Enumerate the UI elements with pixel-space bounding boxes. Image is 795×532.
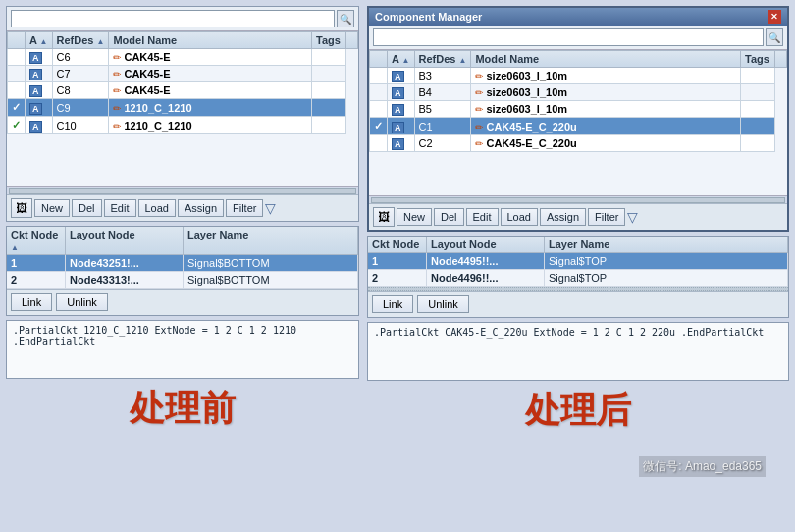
left-filter-icon[interactable]: ▽ (265, 200, 276, 216)
right-node-row[interactable]: 1 Node4495!!... Signal$TOP (368, 253, 788, 270)
left-del-button[interactable]: Del (72, 199, 102, 217)
right-hscroll-thumb[interactable] (371, 197, 785, 203)
left-link-button[interactable]: Link (11, 293, 52, 311)
right-sort-refdes: ▲ (458, 56, 466, 65)
left-table-row[interactable]: A C7 ✏ CAK45-E (8, 66, 358, 82)
left-node-header: Ckt Node ▲ Layout Node Layer Name (7, 227, 358, 255)
right-link-button[interactable]: Link (372, 295, 413, 313)
left-search-input[interactable] (11, 10, 335, 27)
left-a-cell: A (26, 99, 53, 117)
right-check-cell (370, 135, 388, 152)
right-a-cell: A (388, 101, 415, 118)
window-close-button[interactable]: ✕ (768, 10, 781, 24)
right-filter-button[interactable]: Filter (588, 208, 625, 226)
left-load-button[interactable]: Load (138, 199, 176, 217)
right-node-header: Ckt Node Layout Node Layer Name (368, 237, 788, 253)
right-col-model: Model Name (471, 51, 741, 68)
left-check-cell (8, 82, 26, 99)
left-label: 处理前 (6, 383, 359, 435)
right-refdes-cell: B5 (414, 101, 471, 118)
left-toolbar-icon-btn[interactable]: 🖼 (11, 198, 32, 218)
left-node-row[interactable]: 2 Node43313!... Signal$BOTTOM (7, 272, 358, 289)
left-node-ckt: 2 (7, 272, 66, 288)
right-check-cell (370, 84, 388, 101)
right-load-button[interactable]: Load (501, 208, 538, 226)
right-filter-icon[interactable]: ▽ (627, 209, 638, 225)
left-table-row[interactable]: A C6 ✏ CAK45-E (8, 49, 358, 66)
right-col-check (370, 51, 388, 68)
left-table-row[interactable]: A C8 ✏ CAK45-E (8, 82, 358, 99)
right-a-cell: A (388, 118, 415, 135)
right-a-cell: A (388, 135, 415, 152)
left-hscroll-thumb[interactable] (9, 188, 356, 194)
right-a-cell: A (388, 68, 415, 84)
right-tags-cell (741, 68, 775, 84)
left-col-refdes: RefDes ▲ (52, 32, 109, 49)
right-link-toolbar: Link Unlink (368, 291, 788, 317)
right-col-refdes: RefDes ▲ (414, 51, 471, 68)
left-hscrollbar[interactable] (7, 186, 358, 194)
right-table-row[interactable]: A B3 ✏ size0603_l_10m (370, 68, 787, 84)
left-node-col-ckt: Ckt Node ▲ (7, 227, 66, 254)
right-new-button[interactable]: New (397, 208, 432, 226)
left-a-cell: A (26, 49, 53, 66)
right-toolbar: 🖼 New Del Edit Load Assign Filter ▽ (369, 203, 787, 230)
left-assign-button[interactable]: Assign (178, 199, 224, 217)
right-table-row[interactable]: A B4 ✏ size0603_l_10m (370, 84, 787, 101)
right-table-row[interactable]: ✓ A C1 ✏ CAK45-E_C_220u (370, 118, 787, 135)
window-title-bar: Component Manager ✕ (369, 8, 787, 26)
right-assign-button[interactable]: Assign (540, 208, 586, 226)
right-unlink-button[interactable]: Unlink (417, 295, 469, 313)
left-table-body: A C6 ✏ CAK45-E A C7 ✏ CAK45-E A C8 (8, 49, 358, 134)
left-table-row[interactable]: ✓ A C9 ✏ 1210_C_1210 (8, 99, 358, 117)
left-unlink-button[interactable]: Unlink (56, 293, 108, 311)
left-edit-button[interactable]: Edit (104, 199, 136, 217)
right-hscrollbar[interactable] (369, 195, 787, 203)
left-node-row[interactable]: 1 Node43251!... Signal$BOTTOM (7, 255, 358, 272)
left-node-col-layout: Layout Node (66, 227, 184, 254)
right-del-button[interactable]: Del (434, 208, 464, 226)
right-model-cell: ✏ size0603_l_10m (471, 101, 741, 118)
left-refdes-cell: C10 (52, 117, 109, 134)
right-label: 处理后 (367, 385, 789, 437)
left-filter-button[interactable]: Filter (226, 199, 263, 217)
sort-ckt-icon: ▲ (11, 243, 19, 252)
right-refdes-cell: C1 (414, 118, 471, 135)
left-check-cell: ✓ (8, 117, 26, 134)
right-refdes-cell: B4 (414, 84, 471, 101)
left-text-info: .PartialCkt 1210_C_1210 ExtNode = 1 2 C … (6, 320, 359, 379)
right-search-button[interactable]: 🔍 (766, 28, 783, 46)
right-search-input[interactable] (373, 28, 764, 46)
right-check-cell: ✓ (370, 118, 388, 135)
right-tags-cell (741, 84, 775, 101)
right-col-scroll (775, 51, 787, 68)
right-tags-cell (741, 135, 775, 152)
left-table-container: A ▲ RefDes ▲ Model Name Tags A C6 ✏ CAK4… (7, 31, 358, 186)
left-a-cell: A (26, 117, 53, 134)
right-panel: Component Manager ✕ 🔍 A ▲ RefDes ▲ Model… (367, 6, 789, 526)
right-node-col-layer: Layer Name (545, 237, 788, 252)
right-table-container: A ▲ RefDes ▲ Model Name Tags A B3 ✏ size… (369, 50, 787, 195)
right-toolbar-icon-btn[interactable]: 🖼 (373, 207, 395, 227)
left-search-button[interactable]: 🔍 (337, 10, 354, 27)
right-tags-cell (741, 118, 775, 135)
left-col-a: A ▲ (26, 32, 53, 49)
left-table-row[interactable]: ✓ A C10 ✏ 1210_C_1210 (8, 117, 358, 134)
main-container: 🔍 A ▲ RefDes ▲ Model Name Tags (0, 0, 795, 532)
right-table-row[interactable]: A B5 ✏ size0603_l_10m (370, 101, 787, 118)
sort-icon-a: ▲ (40, 37, 48, 46)
right-table-body: A B3 ✏ size0603_l_10m A B4 ✏ size0603_l_… (370, 68, 787, 152)
left-link-toolbar: Link Unlink (7, 289, 358, 315)
right-col-a: A ▲ (388, 51, 415, 68)
right-node-col-layout: Layout Node (427, 237, 545, 252)
left-col-scroll (346, 32, 358, 49)
right-table-row[interactable]: A C2 ✏ CAK45-E_C_220u (370, 135, 787, 152)
right-node-row[interactable]: 2 Node4496!!... Signal$TOP (368, 270, 788, 287)
left-new-button[interactable]: New (34, 199, 70, 217)
right-refdes-cell: C2 (414, 135, 471, 152)
right-model-cell: ✏ CAK45-E_C_220u (471, 135, 741, 152)
left-model-cell: ✏ CAK45-E (109, 66, 312, 82)
right-edit-button[interactable]: Edit (466, 208, 499, 226)
left-a-cell: A (26, 82, 53, 99)
left-node-layer: Signal$BOTTOM (184, 255, 358, 271)
